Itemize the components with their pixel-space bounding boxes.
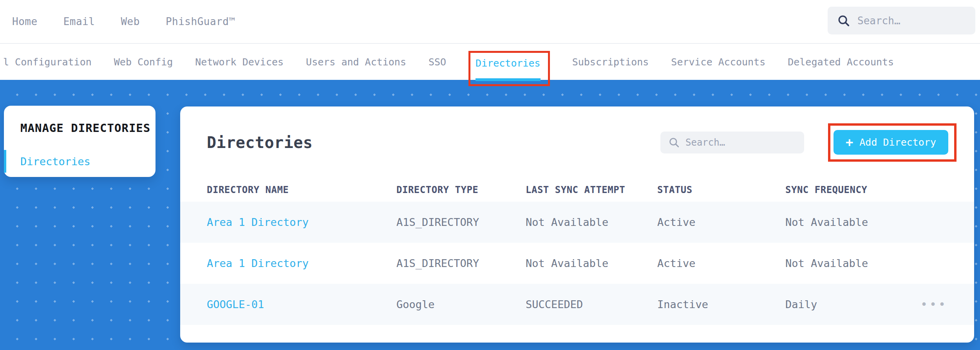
table-row: Area 1 Directory A1S_DIRECTORY Not Avail… [180,243,974,284]
add-directory-label: Add Directory [859,137,936,148]
top-nav-bar: Home Email Web PhishGuard™ [0,0,980,44]
tab-network-devices[interactable]: Network Devices [195,56,284,68]
sidebar-item-label: Directories [4,155,90,168]
active-indicator-bar [4,150,6,173]
search-icon [668,137,680,148]
directory-type-cell: A1S_DIRECTORY [396,216,526,228]
last-sync-cell: Not Available [526,257,657,269]
status-cell: Active [657,216,785,228]
column-header-sync-frequency: SYNC FREQUENCY [785,184,920,195]
tab-users-and-actions[interactable]: Users and Actions [306,56,406,68]
global-search[interactable] [828,7,975,34]
card-header-actions: + Add Directory [660,123,956,162]
directory-type-cell: Google [396,298,526,310]
tab-subscriptions[interactable]: Subscriptions [572,56,649,68]
tab-email-configuration[interactable]: l Configuration [3,56,92,68]
table-row: Area 1 Directory A1S_DIRECTORY Not Avail… [180,202,974,243]
table-row: GOOGLE-01 Google SUCCEEDED Inactive Dail… [180,284,974,325]
tab-sso[interactable]: SSO [429,56,446,68]
last-sync-cell: Not Available [526,216,657,228]
tab-directories[interactable]: Directories [476,58,541,69]
top-nav-phishguard[interactable]: PhishGuard™ [166,16,235,27]
row-menu-icon[interactable]: ••• [920,299,947,310]
manage-directories-card: MANAGE DIRECTORIES Directories [4,106,155,177]
directories-search-input[interactable] [685,137,791,148]
directories-search[interactable] [660,132,804,153]
tab-web-config[interactable]: Web Config [114,56,173,68]
directories-table: DIRECTORY NAME DIRECTORY TYPE LAST SYNC … [180,178,974,325]
last-sync-cell: SUCCEEDED [526,298,657,310]
tab-service-accounts[interactable]: Service Accounts [671,56,765,68]
column-header-last-sync-attempt: LAST SYNC ATTEMPT [526,184,657,195]
sync-frequency-cell: Not Available [785,257,920,269]
directories-card: Directories + Add Directory [180,106,974,343]
annotation-box-directories-tab: Directories [468,51,550,86]
top-nav-web[interactable]: Web [121,16,139,27]
top-nav-email[interactable]: Email [63,16,95,27]
directory-type-cell: A1S_DIRECTORY [396,257,526,269]
status-cell: Inactive [657,298,785,310]
annotation-box-add-directory: + Add Directory [828,123,956,162]
sync-frequency-cell: Not Available [785,216,920,228]
add-directory-button[interactable]: + Add Directory [834,130,948,155]
sidebar-title: MANAGE DIRECTORIES [4,121,143,135]
plus-icon: + [846,136,853,148]
active-tab-underline [476,78,541,81]
page-title: Directories [207,134,313,152]
status-cell: Active [657,257,785,269]
global-search-input[interactable] [857,15,963,27]
column-header-directory-name: DIRECTORY NAME [207,184,396,195]
content-area: MANAGE DIRECTORIES Directories Directori… [0,80,980,350]
column-header-directory-type: DIRECTORY TYPE [396,184,526,195]
directory-name-link[interactable]: Area 1 Directory [207,216,396,228]
search-icon [837,14,850,27]
directory-name-link[interactable]: GOOGLE-01 [207,298,396,310]
tab-delegated-accounts[interactable]: Delegated Accounts [788,56,894,68]
directory-name-link[interactable]: Area 1 Directory [207,257,396,269]
top-nav: Home Email Web PhishGuard™ [0,16,235,27]
column-header-status: STATUS [657,184,785,195]
sub-nav-bar: l Configuration Web Config Network Devic… [0,44,980,80]
card-header: Directories + Add Directory [180,106,974,178]
sidebar-item-directories[interactable]: Directories [4,153,143,170]
sync-frequency-cell: Daily [785,298,920,310]
top-nav-home[interactable]: Home [12,16,38,27]
table-header-row: DIRECTORY NAME DIRECTORY TYPE LAST SYNC … [180,178,974,202]
